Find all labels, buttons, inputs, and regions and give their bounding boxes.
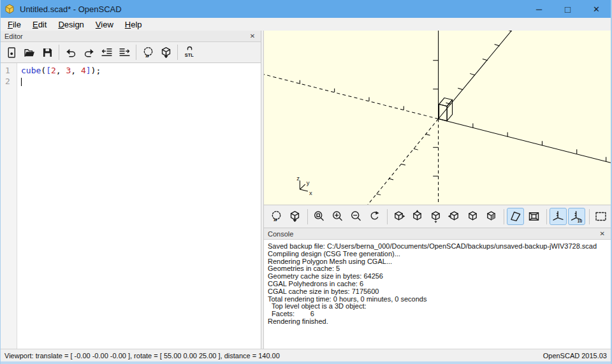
unindent-button[interactable]: [98, 43, 115, 61]
view-front-button[interactable]: [464, 208, 481, 225]
viewport-toolbar: »10: [264, 205, 611, 228]
menubar: FileEditDesignViewHelp: [1, 18, 611, 31]
zoom-in-icon: [331, 210, 344, 223]
code-token: );: [91, 66, 101, 75]
svg-text:»: »: [273, 215, 277, 223]
view-bottom-button[interactable]: [427, 208, 444, 225]
new-doc-icon: [5, 46, 18, 59]
menu-design[interactable]: Design: [52, 18, 89, 31]
line-number-gutter: 12: [1, 63, 17, 349]
reset-view-button[interactable]: [366, 208, 383, 225]
preview-button[interactable]: »: [268, 208, 285, 225]
maximize-button[interactable]: □: [553, 0, 582, 18]
console-dock: Console ✕ Saved backup file: C:/Users/be…: [264, 228, 611, 349]
toolbar-separator: [59, 45, 59, 60]
window-controls: ─ □ ✕: [525, 0, 611, 18]
show-scale-markers-button[interactable]: 10: [568, 208, 585, 225]
export-stl-button[interactable]: STL: [180, 43, 198, 61]
menu-help[interactable]: Help: [119, 18, 148, 31]
view-left-icon: [448, 210, 461, 223]
preview-button[interactable]: »: [139, 43, 157, 61]
viewport-status-text: Viewport: translate = [ -0.00 -0.00 -0.0…: [4, 352, 280, 360]
orthogonal-button[interactable]: [525, 208, 543, 225]
render-button[interactable]: [286, 208, 303, 225]
preview-sphere-icon: »: [270, 210, 283, 223]
new-file-button[interactable]: [3, 43, 20, 61]
render-cube-icon: [159, 46, 173, 59]
undo-arrow-icon: [64, 46, 78, 59]
zoom-all-button[interactable]: [310, 208, 328, 225]
perspective-button[interactable]: [507, 208, 524, 225]
titlebar[interactable]: Untitled.scad* - OpenSCAD ─ □ ✕: [1, 0, 611, 18]
code-token: 2: [51, 66, 56, 75]
view-left-button[interactable]: [446, 208, 463, 225]
view-top-button[interactable]: [409, 208, 426, 225]
view-right-icon: [392, 210, 405, 223]
view-all-icon: [594, 210, 608, 223]
open-folder-icon: [23, 46, 36, 59]
y-axis-positive: [439, 31, 514, 119]
console-dock-title: Console: [268, 230, 293, 238]
save-floppy-icon: [41, 46, 54, 59]
editor-toolbar: »STL: [1, 42, 261, 63]
toolbar-separator: [387, 209, 388, 224]
indent-button[interactable]: [115, 43, 133, 61]
code-line[interactable]: cube([2, 3, 4]);: [17, 65, 261, 76]
code-token: ,: [71, 66, 81, 75]
editor-close-icon[interactable]: ✕: [248, 33, 257, 40]
code-lines[interactable]: cube([2, 3, 4]);: [17, 63, 261, 349]
zoom-in-button[interactable]: [329, 208, 346, 225]
view-back-button[interactable]: [483, 208, 500, 225]
console-line: CGAL cache size in bytes: 7175600: [268, 288, 607, 296]
svg-text:STL: STL: [184, 52, 193, 58]
save-file-button[interactable]: [38, 43, 56, 61]
render-cube-icon: [288, 210, 302, 223]
view-right-button[interactable]: [390, 208, 407, 225]
svg-text:10: 10: [578, 219, 583, 223]
axis-indicator: z y x: [296, 175, 312, 196]
code-token: ]: [86, 66, 91, 75]
axis-label-x: x: [309, 190, 312, 196]
zoom-all-icon: [312, 210, 326, 223]
menu-view[interactable]: View: [90, 18, 119, 31]
menu-edit[interactable]: Edit: [27, 18, 52, 31]
version-text: OpenSCAD 2015.03: [543, 352, 607, 360]
scene-svg: z y x: [264, 31, 611, 205]
view-top-icon: [411, 210, 424, 223]
render-button[interactable]: [157, 43, 175, 61]
zoom-out-button[interactable]: [347, 208, 365, 225]
console-body[interactable]: Saved backup file: C:/Users/berna_000/Do…: [264, 240, 611, 349]
open-file-button[interactable]: [20, 43, 38, 61]
undo-button[interactable]: [62, 43, 80, 61]
console-line: CGAL Polyhedrons in cache: 6: [268, 280, 607, 288]
view-all-button[interactable]: [592, 208, 609, 225]
indent-icon: [118, 46, 131, 59]
view-back-icon: [484, 210, 498, 223]
console-line: Rendering finished.: [268, 318, 607, 326]
axis-indicator-y: [300, 184, 305, 189]
redo-button[interactable]: [80, 43, 98, 61]
editor-code-area[interactable]: 12 cube([2, 3, 4]);: [1, 63, 261, 349]
line-number: 1: [1, 65, 17, 76]
toolbar-separator: [546, 209, 547, 224]
menu-file[interactable]: File: [2, 18, 27, 31]
z-axis-positive: [433, 31, 438, 119]
code-line[interactable]: [17, 76, 261, 87]
preview-sphere-icon: »: [142, 46, 155, 59]
z-axis-negative: [433, 119, 438, 205]
rendered-cube: [439, 98, 453, 121]
viewport-3d[interactable]: z y x: [264, 31, 611, 205]
reset-view-icon: [368, 210, 381, 223]
window-title: Untitled.scad* - OpenSCAD: [20, 4, 122, 14]
show-axes-button[interactable]: [550, 208, 567, 225]
perspective-icon: [509, 210, 522, 223]
line-number: 2: [1, 76, 17, 87]
close-button[interactable]: ✕: [582, 0, 611, 18]
axis-indicator-x: [300, 189, 308, 191]
toolbar-separator: [589, 209, 590, 224]
console-close-icon[interactable]: ✕: [598, 230, 607, 237]
x-axis-negative: [264, 75, 439, 119]
editor-dock: Editor ✕ »STL 12 cube([2, 3, 4]);: [1, 31, 261, 349]
minimize-button[interactable]: ─: [525, 0, 553, 18]
code-token: [: [46, 66, 51, 75]
